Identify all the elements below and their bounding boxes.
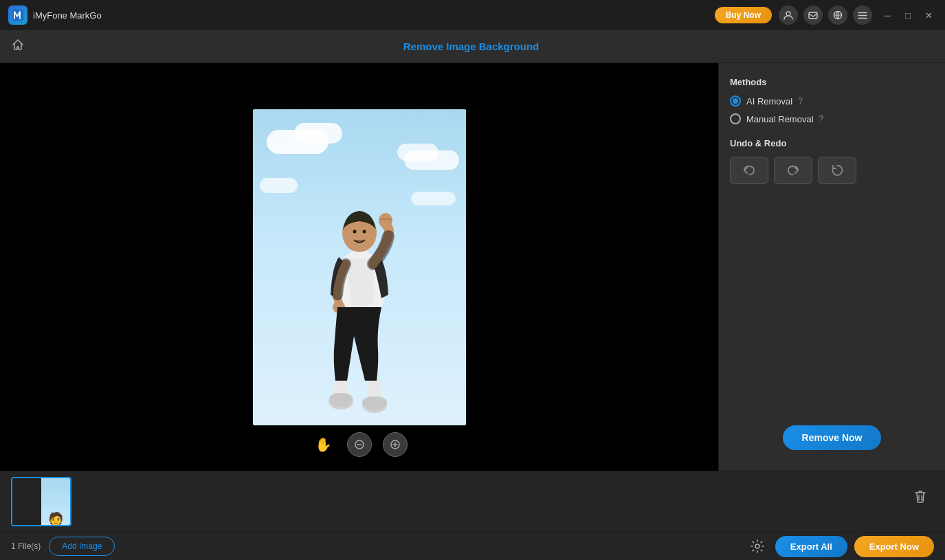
svg-point-9 xyxy=(353,229,356,233)
hand-tool-button[interactable]: ✋ xyxy=(311,432,336,457)
canvas-toolbar: ✋ xyxy=(311,432,408,457)
app-title: iMyFone MarkGo xyxy=(33,10,715,21)
ai-removal-radio[interactable] xyxy=(730,96,741,107)
thumbnail-item[interactable]: 🧑 xyxy=(11,477,71,526)
main-content: ✋ Methods AI Removal ? xyxy=(0,63,945,471)
svg-point-11 xyxy=(379,213,392,228)
manual-removal-option[interactable]: Manual Removal ? xyxy=(730,113,934,124)
reset-button[interactable] xyxy=(818,157,856,184)
thumbnail-row: 🧑 xyxy=(0,471,945,532)
file-count: 1 File(s) xyxy=(11,541,41,551)
home-icon[interactable] xyxy=(11,38,25,55)
zoom-in-button[interactable] xyxy=(383,432,408,457)
delete-button[interactable] xyxy=(907,482,934,510)
undo-redo-buttons xyxy=(730,157,934,184)
methods-radio-group: AI Removal ? Manual Removal ? xyxy=(730,96,934,124)
image-container xyxy=(253,109,466,425)
minimize-button[interactable]: ─ xyxy=(879,7,896,23)
ai-removal-option[interactable]: AI Removal ? xyxy=(730,96,934,107)
header-bar: Remove Image Background xyxy=(0,30,945,63)
right-panel: Methods AI Removal ? Manual Removal ? Un… xyxy=(718,63,945,471)
remove-now-button[interactable]: Remove Now xyxy=(783,425,882,450)
redo-button[interactable] xyxy=(774,157,812,184)
ai-removal-help-icon[interactable]: ? xyxy=(798,96,803,106)
zoom-out-button[interactable] xyxy=(347,432,372,457)
bottom-actions: 1 File(s) Add Image Export All Export No… xyxy=(0,532,945,560)
export-now-button[interactable]: Export Now xyxy=(854,536,934,557)
undo-button[interactable] xyxy=(730,157,768,184)
undo-redo-section: Undo & Redo xyxy=(730,138,934,184)
svg-point-1 xyxy=(786,12,790,16)
svg-point-10 xyxy=(362,229,366,233)
svg-point-24 xyxy=(755,544,759,548)
maximize-button[interactable]: □ xyxy=(900,7,916,23)
menu-icon[interactable] xyxy=(853,5,872,25)
bottom-bar: 🧑 1 File(s) Add Image Export All Export … xyxy=(0,471,945,560)
page-title: Remove Image Background xyxy=(36,41,907,52)
canvas-area: ✋ xyxy=(0,63,718,471)
add-image-button[interactable]: Add Image xyxy=(49,537,115,556)
buy-now-button[interactable]: Buy Now xyxy=(715,7,772,23)
svg-rect-2 xyxy=(809,12,817,19)
app-logo xyxy=(8,5,27,25)
close-button[interactable]: ✕ xyxy=(920,7,937,23)
undo-redo-title: Undo & Redo xyxy=(730,138,934,148)
account-icon[interactable] xyxy=(779,5,798,25)
export-all-button[interactable]: Export All xyxy=(775,536,847,557)
globe-icon[interactable] xyxy=(828,5,847,25)
action-buttons-right: Export All Export Now xyxy=(746,535,934,557)
mail-icon[interactable] xyxy=(803,5,823,25)
ai-removal-label: AI Removal xyxy=(746,96,792,107)
svg-rect-14 xyxy=(368,381,381,398)
manual-removal-radio[interactable] xyxy=(730,113,741,124)
methods-title: Methods xyxy=(730,77,934,87)
manual-removal-help-icon[interactable]: ? xyxy=(819,114,824,124)
settings-icon[interactable] xyxy=(746,535,768,557)
manual-removal-label: Manual Removal xyxy=(746,114,814,124)
titlebar: iMyFone MarkGo Buy Now xyxy=(0,0,945,30)
